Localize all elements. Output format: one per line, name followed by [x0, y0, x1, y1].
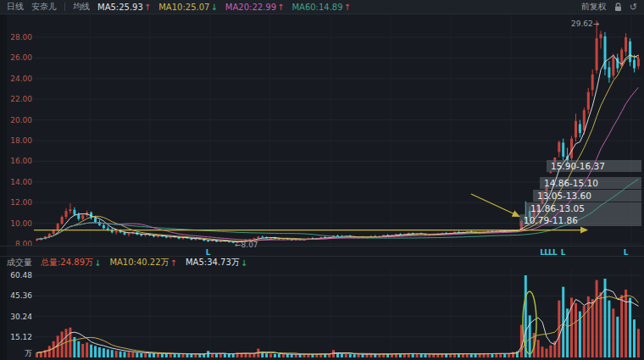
svg-text:L: L	[624, 248, 629, 257]
ma60-trend-arrow-icon: ↑	[344, 3, 351, 12]
ma-group-label: 均线	[73, 1, 90, 13]
ma20-value: MA20:22.99	[225, 3, 276, 12]
svg-text:45.36: 45.36	[10, 291, 32, 300]
svg-text:14.00: 14.00	[10, 178, 32, 186]
svg-text:14.86-15.10: 14.86-15.10	[544, 178, 598, 188]
ma10-value: MA10:25.07	[158, 3, 209, 12]
volume-total-value: 总量:24.89万	[41, 257, 93, 269]
svg-text:10.00: 10.00	[10, 219, 32, 228]
ma10-trend-arrow-icon: ↓	[210, 3, 217, 12]
ma20-legend: MA20:22.99↑	[225, 3, 285, 12]
volume-total-legend: 总量:24.89万↓	[41, 257, 101, 269]
volume-total-arrow-icon: ↓	[94, 258, 101, 268]
undo-icon[interactable]: ↺	[630, 3, 637, 12]
svg-text:8.00: 8.00	[15, 240, 32, 248]
ma5-value: MA5:25.93	[97, 3, 143, 12]
ma60-legend: MA60:14.89↑	[291, 3, 351, 12]
kline-volume-chart[interactable]: 28.0026.0024.0022.0020.0018.0016.0014.00…	[0, 0, 644, 360]
ma10-legend: MA10:25.07↓	[158, 3, 218, 12]
svg-text:28.00: 28.00	[10, 33, 32, 42]
svg-text:30.24: 30.24	[10, 313, 32, 321]
svg-text:12.00: 12.00	[10, 198, 32, 207]
ma60-value: MA60:14.89	[291, 3, 342, 12]
svg-text:←8.07: ←8.07	[235, 241, 258, 249]
svg-text:16.00: 16.00	[10, 157, 32, 165]
svg-text:L: L	[561, 248, 566, 257]
volume-ma10-value: MA10:40.22万	[109, 257, 169, 269]
svg-text:11.86-13.05: 11.86-13.05	[530, 203, 585, 213]
lock-icon[interactable]	[614, 3, 622, 12]
stock-chart-app: 28.0026.0024.0022.0020.0018.0016.0014.00…	[0, 0, 644, 360]
svg-text:万: 万	[25, 349, 32, 357]
svg-text:20.00: 20.00	[10, 116, 32, 125]
svg-text:L: L	[552, 248, 558, 257]
svg-text:15.90-16.37: 15.90-16.37	[551, 161, 605, 171]
svg-text:18.00: 18.00	[10, 136, 32, 145]
volume-header: 成交量 总量:24.89万↓ MA10:40.22万↑ MA5:34.73万↓	[0, 257, 644, 269]
volume-ma5-value: MA5:34.73万	[186, 257, 240, 269]
ma5-trend-arrow-icon: ↑	[144, 3, 151, 12]
volume-ma5-arrow-icon: ↓	[241, 258, 247, 268]
svg-text:13.05-13.60: 13.05-13.60	[537, 191, 591, 201]
svg-text:26.00: 26.00	[10, 53, 32, 62]
chart-toolbar: 日线 安奈儿 均线 MA5:25.93↑ MA10:25.07↓ MA20:22…	[0, 0, 644, 14]
stock-name[interactable]: 安奈儿	[31, 1, 57, 13]
volume-pane-title: 成交量	[7, 257, 32, 269]
ma20-trend-arrow-icon: ↑	[277, 3, 284, 12]
ma5-legend: MA5:25.93↑	[97, 3, 151, 12]
svg-text:29.62→: 29.62→	[571, 19, 600, 28]
svg-text:24.00: 24.00	[10, 75, 32, 83]
svg-text:10.79-11.86: 10.79-11.86	[524, 215, 578, 225]
svg-text:60.48: 60.48	[10, 271, 32, 280]
volume-ma5-legend: MA5:34.73万↓	[186, 257, 247, 269]
period-tab[interactable]: 日线	[7, 1, 24, 13]
svg-text:22.00: 22.00	[10, 95, 32, 103]
adjust-mode-button[interactable]: 前复权	[581, 1, 607, 13]
toolbar-divider	[64, 3, 65, 11]
volume-ma10-legend: MA10:40.22万↑	[109, 257, 177, 269]
volume-ma10-arrow-icon: ↑	[170, 258, 177, 268]
svg-text:15.12: 15.12	[10, 333, 32, 341]
svg-text:L: L	[206, 248, 211, 257]
